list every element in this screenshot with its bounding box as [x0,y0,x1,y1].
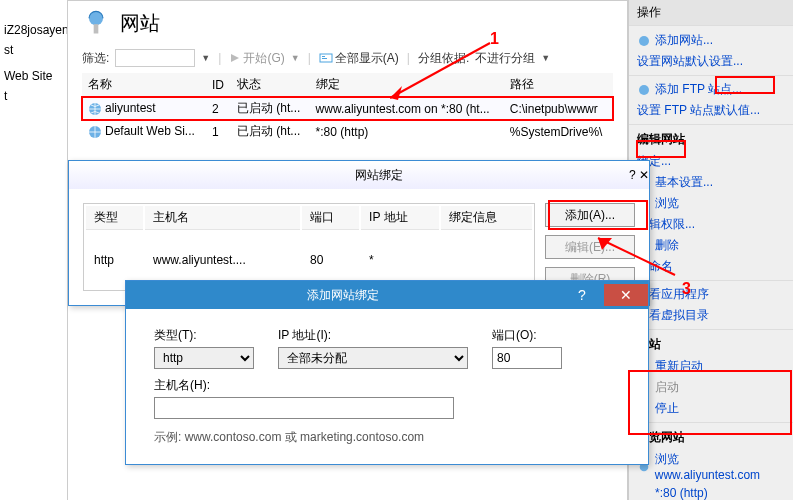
action-perm[interactable]: 编辑权限... [629,214,793,235]
tree-root[interactable]: iZ28josayen2 [0,20,67,40]
group-by-label: 分组依据: [418,50,469,67]
connections-tree[interactable]: iZ28josayen2 st Web Site t [0,0,68,500]
actions-panel: 操作 添加网站... 设置网站默认设置... 添加 FTP 站点... 设置 F… [628,0,793,500]
ip-label: IP 地址(I): [278,327,468,344]
action-view-vd[interactable]: 查看虚拟目录 [629,305,793,326]
edit-button: 编辑(E)... [545,235,635,259]
dialog-title: 网站绑定 [129,167,629,184]
bindings-table: 类型 主机名 端口 IP 地址 绑定信息 http www.aliyuntest… [83,203,535,291]
tree-item[interactable]: st [0,40,67,60]
port-input[interactable] [492,347,562,369]
svg-rect-4 [322,58,327,59]
help-button[interactable]: ? [560,284,604,306]
action-basic-settings[interactable]: 基本设置... [629,172,793,193]
table-row[interactable]: Default Web Si... 1 已启动 (ht... *:80 (htt… [82,120,613,143]
col-path[interactable]: 路径 [504,73,613,97]
col-status[interactable]: 状态 [231,73,310,97]
host-label: 主机名(H): [154,377,454,394]
group-site: 网站 [629,333,793,356]
svg-point-8 [639,85,649,95]
sites-table: 名称 ID 状态 绑定 路径 aliyuntest 2 已启动 (ht... w… [82,73,613,143]
globe-icon [88,102,102,116]
show-all-button[interactable]: 全部显示(A) [319,50,399,67]
col-name[interactable]: 名称 [82,73,206,97]
action-browse-url2[interactable]: *:80 (http) [629,484,793,500]
toolbar: 筛选: ▼ | 开始(G) ▼ | 全部显示(A) | 分组依据: 不进行分组 … [82,49,613,67]
col-id[interactable]: ID [206,73,231,97]
svg-rect-3 [322,56,325,57]
port-label: 端口(O): [492,327,562,344]
action-add-ftp[interactable]: 添加 FTP 站点... [629,79,793,100]
add-button[interactable]: 添加(A)... [545,203,635,227]
group-browse-site: 浏览网站 [629,426,793,449]
close-button[interactable]: ✕ [604,284,648,306]
globe-icon [637,34,651,48]
close-button[interactable]: ✕ [639,168,649,182]
actions-header: 操作 [629,0,793,26]
help-button[interactable]: ? [629,168,636,182]
dialog-title: 添加网站绑定 [126,287,560,304]
group-by-value[interactable]: 不进行分组 [475,50,535,67]
action-add-site[interactable]: 添加网站... [629,30,793,51]
tree-item[interactable]: Web Site [0,66,67,86]
action-start: 启动 [629,377,793,398]
page-title: 网站 [120,10,160,37]
tree-item[interactable]: t [0,86,67,106]
action-view-app[interactable]: 查看应用程序 [629,284,793,305]
action-browse-url[interactable]: 浏览 www.aliyuntest.com [629,449,793,484]
sites-icon [82,9,110,37]
group-edit-site: 编辑网站 [629,128,793,151]
type-label: 类型(T): [154,327,254,344]
globe-icon [88,125,102,139]
action-set-default[interactable]: 设置网站默认设置... [629,51,793,72]
action-restart[interactable]: 重新启动 [629,356,793,377]
action-rename[interactable]: 重命名 [629,256,793,277]
dialog-add-binding: 添加网站绑定 ? ✕ 类型(T): http IP 地址(I): 全部未分配 端… [125,280,649,465]
globe-icon [637,83,651,97]
host-hint: 示例: www.contoso.com 或 marketing.contoso.… [154,429,620,446]
type-select[interactable]: http [154,347,254,369]
go-button[interactable]: 开始(G) [229,50,284,67]
col-binding[interactable]: 绑定 [310,73,504,97]
svg-rect-1 [94,24,99,33]
action-browse[interactable]: 浏览 [629,193,793,214]
table-row[interactable]: aliyuntest 2 已启动 (ht... www.aliyuntest.c… [82,97,613,121]
action-delete[interactable]: 删除 [629,235,793,256]
host-input[interactable] [154,397,454,419]
action-binding[interactable]: 绑定... [629,151,793,172]
action-stop[interactable]: 停止 [629,398,793,419]
ip-select[interactable]: 全部未分配 [278,347,468,369]
svg-point-7 [639,36,649,46]
filter-input[interactable] [115,49,195,67]
action-set-ftp-default[interactable]: 设置 FTP 站点默认值... [629,100,793,121]
filter-label: 筛选: [82,50,109,67]
dropdown-icon[interactable]: ▼ [201,53,210,63]
